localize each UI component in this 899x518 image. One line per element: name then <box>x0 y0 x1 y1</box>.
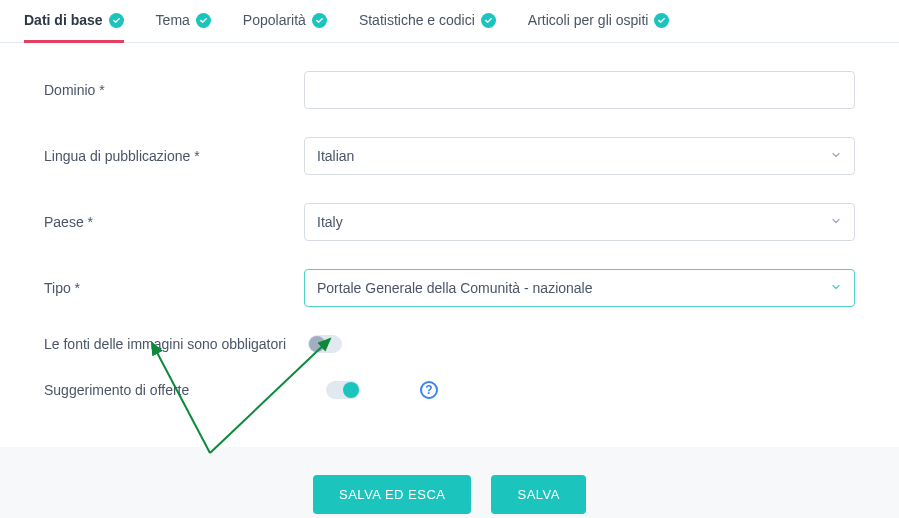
tab-dati-di-base[interactable]: Dati di base <box>24 12 124 42</box>
tabs-bar: Dati di base Tema Popolarità Statistiche… <box>0 0 899 43</box>
toggle-knob <box>343 382 359 398</box>
select-value: Italian <box>317 148 354 164</box>
help-icon[interactable]: ? <box>420 381 438 399</box>
tab-tema[interactable]: Tema <box>156 12 211 42</box>
save-button[interactable]: SALVA <box>491 475 585 514</box>
image-sources-label: Le fonti delle immagini sono obbligatori <box>44 336 286 352</box>
tab-label: Popolarità <box>243 12 306 28</box>
check-circle-icon <box>109 13 124 28</box>
language-label: Lingua di pubblicazione * <box>44 148 304 164</box>
chevron-down-icon <box>830 214 842 230</box>
tab-popolarita[interactable]: Popolarità <box>243 12 327 42</box>
tab-label: Tema <box>156 12 190 28</box>
offers-label: Suggerimento di offerte <box>44 382 304 398</box>
tab-articoli-ospiti[interactable]: Articoli per gli ospiti <box>528 12 670 42</box>
tab-label: Dati di base <box>24 12 103 28</box>
check-circle-icon <box>196 13 211 28</box>
check-circle-icon <box>654 13 669 28</box>
offers-toggle[interactable] <box>326 381 360 399</box>
image-sources-toggle[interactable] <box>308 335 342 353</box>
select-value: Italy <box>317 214 343 230</box>
select-value: Portale Generale della Comunità - nazion… <box>317 280 593 296</box>
check-circle-icon <box>481 13 496 28</box>
country-select[interactable]: Italy <box>304 203 855 241</box>
toggle-knob <box>309 336 325 352</box>
tab-label: Statistiche e codici <box>359 12 475 28</box>
chevron-down-icon <box>830 280 842 296</box>
type-select[interactable]: Portale Generale della Comunità - nazion… <box>304 269 855 307</box>
domain-label: Dominio * <box>44 82 304 98</box>
tab-statistiche[interactable]: Statistiche e codici <box>359 12 496 42</box>
save-exit-button[interactable]: SALVA ED ESCA <box>313 475 471 514</box>
type-label: Tipo * <box>44 280 304 296</box>
form-area: Dominio * Lingua di pubblicazione * Ital… <box>0 43 899 447</box>
check-circle-icon <box>312 13 327 28</box>
language-select[interactable]: Italian <box>304 137 855 175</box>
country-label: Paese * <box>44 214 304 230</box>
footer-bar: SALVA ED ESCA SALVA <box>0 447 899 518</box>
domain-input[interactable] <box>304 71 855 109</box>
tab-label: Articoli per gli ospiti <box>528 12 649 28</box>
chevron-down-icon <box>830 148 842 164</box>
